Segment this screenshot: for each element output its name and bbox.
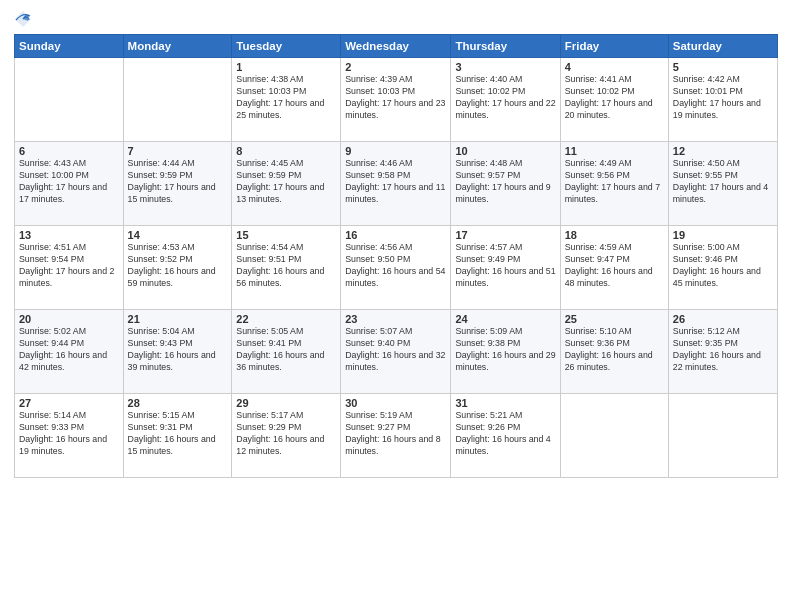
day-info: Sunrise: 4:50 AM Sunset: 9:55 PM Dayligh…	[673, 158, 773, 206]
calendar-cell: 29Sunrise: 5:17 AM Sunset: 9:29 PM Dayli…	[232, 394, 341, 478]
day-number: 22	[236, 313, 336, 325]
calendar-week-row: 27Sunrise: 5:14 AM Sunset: 9:33 PM Dayli…	[15, 394, 778, 478]
calendar-cell: 24Sunrise: 5:09 AM Sunset: 9:38 PM Dayli…	[451, 310, 560, 394]
day-info: Sunrise: 5:00 AM Sunset: 9:46 PM Dayligh…	[673, 242, 773, 290]
day-number: 13	[19, 229, 119, 241]
calendar-cell: 2Sunrise: 4:39 AM Sunset: 10:03 PM Dayli…	[341, 58, 451, 142]
day-number: 12	[673, 145, 773, 157]
calendar-cell: 1Sunrise: 4:38 AM Sunset: 10:03 PM Dayli…	[232, 58, 341, 142]
calendar-cell	[15, 58, 124, 142]
day-info: Sunrise: 5:02 AM Sunset: 9:44 PM Dayligh…	[19, 326, 119, 374]
calendar-cell: 8Sunrise: 4:45 AM Sunset: 9:59 PM Daylig…	[232, 142, 341, 226]
calendar-cell: 25Sunrise: 5:10 AM Sunset: 9:36 PM Dayli…	[560, 310, 668, 394]
day-number: 28	[128, 397, 228, 409]
calendar-cell: 15Sunrise: 4:54 AM Sunset: 9:51 PM Dayli…	[232, 226, 341, 310]
calendar-cell	[560, 394, 668, 478]
calendar-cell: 7Sunrise: 4:44 AM Sunset: 9:59 PM Daylig…	[123, 142, 232, 226]
day-info: Sunrise: 5:07 AM Sunset: 9:40 PM Dayligh…	[345, 326, 446, 374]
day-number: 14	[128, 229, 228, 241]
day-header-saturday: Saturday	[668, 35, 777, 58]
calendar-cell: 26Sunrise: 5:12 AM Sunset: 9:35 PM Dayli…	[668, 310, 777, 394]
day-info: Sunrise: 4:53 AM Sunset: 9:52 PM Dayligh…	[128, 242, 228, 290]
calendar-cell: 31Sunrise: 5:21 AM Sunset: 9:26 PM Dayli…	[451, 394, 560, 478]
day-number: 24	[455, 313, 555, 325]
day-info: Sunrise: 4:56 AM Sunset: 9:50 PM Dayligh…	[345, 242, 446, 290]
day-number: 18	[565, 229, 664, 241]
day-number: 1	[236, 61, 336, 73]
calendar-cell: 20Sunrise: 5:02 AM Sunset: 9:44 PM Dayli…	[15, 310, 124, 394]
day-number: 19	[673, 229, 773, 241]
calendar-cell: 19Sunrise: 5:00 AM Sunset: 9:46 PM Dayli…	[668, 226, 777, 310]
day-info: Sunrise: 4:38 AM Sunset: 10:03 PM Daylig…	[236, 74, 336, 122]
calendar-cell	[668, 394, 777, 478]
calendar-cell: 13Sunrise: 4:51 AM Sunset: 9:54 PM Dayli…	[15, 226, 124, 310]
header	[14, 10, 778, 28]
day-info: Sunrise: 4:48 AM Sunset: 9:57 PM Dayligh…	[455, 158, 555, 206]
day-info: Sunrise: 5:10 AM Sunset: 9:36 PM Dayligh…	[565, 326, 664, 374]
day-info: Sunrise: 4:39 AM Sunset: 10:03 PM Daylig…	[345, 74, 446, 122]
calendar-cell	[123, 58, 232, 142]
calendar-table: SundayMondayTuesdayWednesdayThursdayFrid…	[14, 34, 778, 478]
calendar-cell: 12Sunrise: 4:50 AM Sunset: 9:55 PM Dayli…	[668, 142, 777, 226]
day-number: 16	[345, 229, 446, 241]
day-number: 15	[236, 229, 336, 241]
day-number: 29	[236, 397, 336, 409]
day-number: 27	[19, 397, 119, 409]
calendar-cell: 3Sunrise: 4:40 AM Sunset: 10:02 PM Dayli…	[451, 58, 560, 142]
calendar-cell: 28Sunrise: 5:15 AM Sunset: 9:31 PM Dayli…	[123, 394, 232, 478]
day-number: 21	[128, 313, 228, 325]
day-number: 17	[455, 229, 555, 241]
calendar-cell: 5Sunrise: 4:42 AM Sunset: 10:01 PM Dayli…	[668, 58, 777, 142]
day-info: Sunrise: 5:21 AM Sunset: 9:26 PM Dayligh…	[455, 410, 555, 458]
day-info: Sunrise: 4:59 AM Sunset: 9:47 PM Dayligh…	[565, 242, 664, 290]
day-info: Sunrise: 5:05 AM Sunset: 9:41 PM Dayligh…	[236, 326, 336, 374]
calendar-cell: 10Sunrise: 4:48 AM Sunset: 9:57 PM Dayli…	[451, 142, 560, 226]
calendar-cell: 11Sunrise: 4:49 AM Sunset: 9:56 PM Dayli…	[560, 142, 668, 226]
calendar-week-row: 6Sunrise: 4:43 AM Sunset: 10:00 PM Dayli…	[15, 142, 778, 226]
day-info: Sunrise: 4:42 AM Sunset: 10:01 PM Daylig…	[673, 74, 773, 122]
day-number: 26	[673, 313, 773, 325]
day-info: Sunrise: 5:19 AM Sunset: 9:27 PM Dayligh…	[345, 410, 446, 458]
day-header-sunday: Sunday	[15, 35, 124, 58]
calendar-cell: 16Sunrise: 4:56 AM Sunset: 9:50 PM Dayli…	[341, 226, 451, 310]
day-number: 31	[455, 397, 555, 409]
calendar-cell: 21Sunrise: 5:04 AM Sunset: 9:43 PM Dayli…	[123, 310, 232, 394]
day-info: Sunrise: 5:09 AM Sunset: 9:38 PM Dayligh…	[455, 326, 555, 374]
day-info: Sunrise: 4:51 AM Sunset: 9:54 PM Dayligh…	[19, 242, 119, 290]
day-info: Sunrise: 4:45 AM Sunset: 9:59 PM Dayligh…	[236, 158, 336, 206]
day-number: 20	[19, 313, 119, 325]
day-number: 23	[345, 313, 446, 325]
day-info: Sunrise: 4:46 AM Sunset: 9:58 PM Dayligh…	[345, 158, 446, 206]
calendar-cell: 30Sunrise: 5:19 AM Sunset: 9:27 PM Dayli…	[341, 394, 451, 478]
calendar-header-row: SundayMondayTuesdayWednesdayThursdayFrid…	[15, 35, 778, 58]
day-info: Sunrise: 5:12 AM Sunset: 9:35 PM Dayligh…	[673, 326, 773, 374]
day-number: 11	[565, 145, 664, 157]
calendar-cell: 14Sunrise: 4:53 AM Sunset: 9:52 PM Dayli…	[123, 226, 232, 310]
day-header-friday: Friday	[560, 35, 668, 58]
calendar-week-row: 13Sunrise: 4:51 AM Sunset: 9:54 PM Dayli…	[15, 226, 778, 310]
day-info: Sunrise: 4:49 AM Sunset: 9:56 PM Dayligh…	[565, 158, 664, 206]
day-header-wednesday: Wednesday	[341, 35, 451, 58]
calendar-cell: 17Sunrise: 4:57 AM Sunset: 9:49 PM Dayli…	[451, 226, 560, 310]
calendar-cell: 9Sunrise: 4:46 AM Sunset: 9:58 PM Daylig…	[341, 142, 451, 226]
calendar-cell: 4Sunrise: 4:41 AM Sunset: 10:02 PM Dayli…	[560, 58, 668, 142]
calendar-cell: 22Sunrise: 5:05 AM Sunset: 9:41 PM Dayli…	[232, 310, 341, 394]
logo-icon	[14, 10, 32, 28]
day-number: 25	[565, 313, 664, 325]
day-number: 8	[236, 145, 336, 157]
day-number: 9	[345, 145, 446, 157]
calendar-week-row: 20Sunrise: 5:02 AM Sunset: 9:44 PM Dayli…	[15, 310, 778, 394]
logo	[14, 10, 34, 28]
day-info: Sunrise: 5:17 AM Sunset: 9:29 PM Dayligh…	[236, 410, 336, 458]
day-info: Sunrise: 4:43 AM Sunset: 10:00 PM Daylig…	[19, 158, 119, 206]
day-info: Sunrise: 4:41 AM Sunset: 10:02 PM Daylig…	[565, 74, 664, 122]
day-info: Sunrise: 5:14 AM Sunset: 9:33 PM Dayligh…	[19, 410, 119, 458]
calendar-cell: 18Sunrise: 4:59 AM Sunset: 9:47 PM Dayli…	[560, 226, 668, 310]
day-number: 2	[345, 61, 446, 73]
day-header-monday: Monday	[123, 35, 232, 58]
day-number: 7	[128, 145, 228, 157]
calendar-cell: 23Sunrise: 5:07 AM Sunset: 9:40 PM Dayli…	[341, 310, 451, 394]
day-info: Sunrise: 4:44 AM Sunset: 9:59 PM Dayligh…	[128, 158, 228, 206]
day-number: 30	[345, 397, 446, 409]
day-number: 3	[455, 61, 555, 73]
